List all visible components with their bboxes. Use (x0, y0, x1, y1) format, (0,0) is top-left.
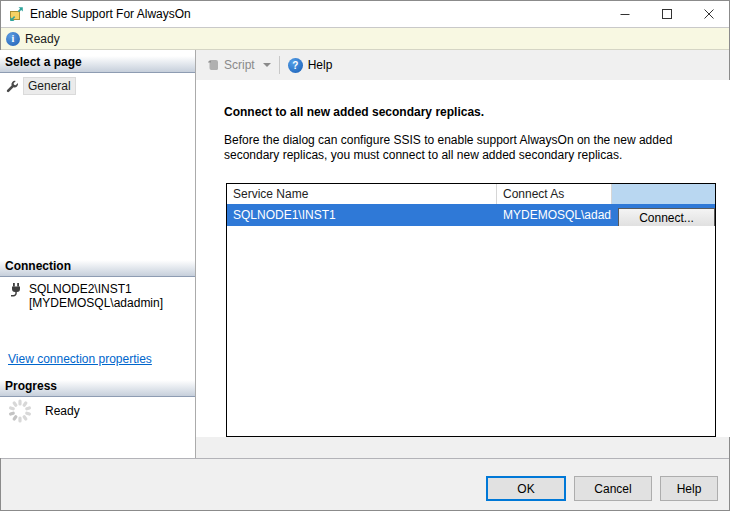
progress-spinner-icon (7, 398, 33, 424)
connection-header: Connection (0, 256, 195, 277)
table-header-row: Service Name Connect As (227, 184, 715, 204)
sidebar-item-general[interactable]: General (5, 77, 76, 95)
progress-header: Progress (0, 376, 195, 397)
select-a-page-header: Select a page (0, 52, 195, 73)
right-pane: Script ? Help Connect to all new added s… (196, 50, 730, 458)
dialog-window: Enable Support For AlwaysOn i Ready Sele… (0, 0, 730, 511)
close-button[interactable] (688, 0, 730, 27)
status-text: Ready (25, 32, 60, 46)
table-row[interactable]: SQLNODE1\INST1 MYDEMOSQL\adad... Connect… (227, 204, 715, 226)
view-connection-properties-link[interactable]: View connection properties (8, 352, 152, 366)
script-button[interactable]: Script (206, 58, 271, 72)
help-button[interactable]: Help (660, 476, 718, 501)
content-lower-strip (196, 437, 730, 458)
window-controls (604, 0, 730, 27)
connect-button[interactable]: Connect... (618, 208, 715, 226)
maximize-icon (662, 9, 672, 19)
progress-entry: Ready (7, 398, 80, 424)
cell-connect-as: MYDEMOSQL\adad... (497, 204, 612, 226)
connection-details: SQLNODE2\INST1 [MYDEMOSQL\adadmin] (29, 282, 163, 310)
connection-account: [MYDEMOSQL\adadmin] (29, 296, 163, 310)
page-description: Before the dialog can configure SSIS to … (224, 133, 729, 163)
window-title: Enable Support For AlwaysOn (30, 7, 191, 21)
connection-server: SQLNODE2\INST1 (29, 282, 163, 296)
script-label: Script (224, 58, 255, 72)
cell-service-name: SQLNODE1\INST1 (227, 204, 497, 226)
progress-status: Ready (45, 404, 80, 418)
cancel-button[interactable]: Cancel (574, 476, 652, 501)
toolbar: Script ? Help (196, 50, 730, 80)
wrench-icon (5, 79, 19, 93)
help-toolbar-label: Help (308, 58, 333, 72)
connection-plug-icon (8, 282, 24, 298)
connection-entry: SQLNODE2\INST1 [MYDEMOSQL\adadmin] (8, 282, 163, 310)
column-header-connect-as[interactable]: Connect As (497, 184, 612, 204)
column-header-service-name[interactable]: Service Name (227, 184, 497, 204)
maximize-button[interactable] (646, 0, 688, 27)
script-icon (206, 58, 220, 72)
close-icon (704, 9, 714, 19)
title-bar: Enable Support For AlwaysOn (0, 0, 730, 28)
footer-bar: OK Cancel Help (0, 458, 730, 511)
main-content: Connect to all new added secondary repli… (196, 80, 730, 437)
page-title: Connect to all new added secondary repli… (224, 105, 484, 119)
sidebar-item-label: General (23, 77, 76, 95)
replicas-table: Service Name Connect As SQLNODE1\INST1 M… (226, 183, 716, 437)
ok-button[interactable]: OK (486, 476, 566, 501)
toolbar-separator (279, 56, 280, 74)
dialog-app-icon (8, 6, 24, 22)
minimize-button[interactable] (604, 0, 646, 27)
minimize-icon (620, 9, 630, 19)
column-header-action[interactable] (612, 184, 715, 204)
help-icon: ? (288, 58, 303, 73)
help-toolbar-button[interactable]: ? Help (288, 58, 333, 73)
status-bar: i Ready (0, 28, 730, 50)
info-icon: i (6, 32, 20, 46)
chevron-down-icon (263, 63, 271, 67)
left-panel: Select a page General Connection SQLNODE… (0, 50, 196, 458)
cell-action: Connect... (612, 204, 715, 226)
